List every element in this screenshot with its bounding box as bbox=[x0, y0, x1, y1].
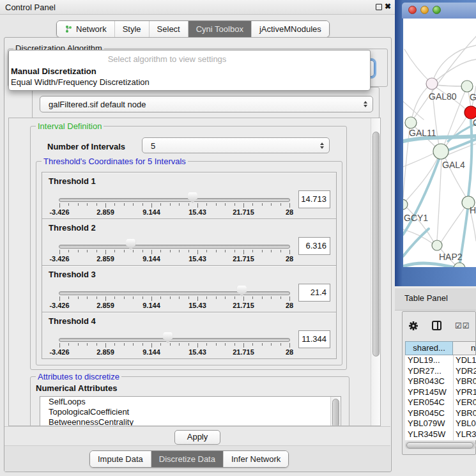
tick-mark bbox=[124, 343, 125, 346]
tab-infer-network[interactable]: Infer Network bbox=[224, 451, 288, 467]
popup-option-manual-discretization[interactable]: Manual Discretization bbox=[11, 66, 96, 76]
zoom-traffic-light-icon[interactable] bbox=[433, 6, 441, 14]
column-header-shared-name[interactable]: shared... bbox=[405, 341, 453, 355]
interval-definition-title: Interval Definition bbox=[36, 121, 104, 131]
list-scrollbar[interactable] bbox=[330, 397, 341, 426]
table-row[interactable]: YDR27...YDR2 bbox=[405, 366, 476, 377]
slider-tick-labels: -3.4262.8599.14415.4321.71528 bbox=[59, 302, 289, 309]
tick-mark bbox=[142, 296, 143, 299]
tab-network[interactable]: Network bbox=[57, 21, 115, 37]
list-scrollbar-thumb[interactable] bbox=[332, 399, 339, 426]
network-node[interactable] bbox=[426, 78, 438, 89]
tick-mark bbox=[105, 203, 106, 208]
panel-title: Control Panel bbox=[5, 3, 56, 12]
tick-mark bbox=[289, 250, 290, 254]
tick-mark bbox=[271, 250, 272, 252]
table-row[interactable]: YDL19...YDL1 bbox=[405, 355, 476, 366]
network-node[interactable] bbox=[464, 106, 476, 119]
tick-mark bbox=[234, 250, 235, 252]
table-row[interactable]: YER054CYER0 bbox=[405, 397, 476, 408]
network-node[interactable] bbox=[432, 240, 442, 250]
close-icon[interactable]: ✖ bbox=[385, 2, 391, 11]
select-columns-checkboxes-icon[interactable]: ☑☑ bbox=[455, 321, 470, 330]
network-edge bbox=[440, 207, 465, 243]
tick-mark bbox=[151, 296, 152, 301]
threshold-value-field[interactable]: 14.713 bbox=[298, 190, 330, 208]
tick-mark bbox=[179, 203, 180, 206]
slider-track[interactable] bbox=[59, 338, 290, 342]
tick-mark bbox=[170, 203, 171, 206]
attribute-item-betweennesscentrality[interactable]: BetweennessCentrality bbox=[40, 417, 341, 426]
table-row[interactable]: YBL079WYBL0 bbox=[405, 418, 476, 429]
cell-name: YDL1 bbox=[456, 355, 476, 366]
control-panel-tabs: NetworkStyleSelectCyni ToolboxjActiveMNo… bbox=[56, 20, 330, 38]
table-row[interactable]: YBR045CYBR0 bbox=[405, 408, 476, 419]
network-node[interactable] bbox=[454, 263, 465, 267]
tab-label: Infer Network bbox=[231, 454, 280, 464]
table-row[interactable]: YBR043CYBR0 bbox=[405, 376, 476, 387]
float-window-icon[interactable] bbox=[376, 4, 382, 10]
minimize-traffic-light-icon[interactable] bbox=[420, 6, 429, 14]
tick-mark bbox=[271, 203, 272, 206]
gear-icon[interactable] bbox=[408, 321, 418, 331]
tab-style[interactable]: Style bbox=[115, 21, 150, 37]
tick-mark bbox=[68, 296, 69, 299]
threshold-panel-3: Threshold 3 -3.4262.8599.14415.4321.7152… bbox=[42, 265, 337, 312]
tick-mark bbox=[124, 203, 125, 206]
tab-select[interactable]: Select bbox=[150, 21, 188, 37]
tick-mark bbox=[206, 343, 207, 346]
tab-cyni-toolbox[interactable]: Cyni Toolbox bbox=[188, 21, 252, 37]
network-icon bbox=[65, 25, 73, 33]
threshold-value-field[interactable]: 6.316 bbox=[298, 237, 330, 255]
column-header-name[interactable]: n bbox=[453, 341, 476, 355]
tab-discretize-data[interactable]: Discretize Data bbox=[151, 451, 224, 467]
slider-track[interactable] bbox=[59, 291, 290, 295]
settings-scrollbar-thumb[interactable] bbox=[372, 132, 380, 357]
tick-mark bbox=[280, 250, 281, 252]
close-traffic-light-icon[interactable] bbox=[408, 6, 417, 14]
tab-label: Style bbox=[123, 24, 141, 34]
tick-mark bbox=[151, 250, 152, 254]
tick-mark bbox=[160, 250, 161, 252]
network-node[interactable] bbox=[461, 81, 473, 92]
node-label: GAL80 bbox=[429, 91, 457, 102]
table-horizontal-scrollbar[interactable] bbox=[405, 441, 476, 449]
network-node[interactable] bbox=[433, 144, 449, 159]
tick-mark bbox=[142, 343, 143, 346]
network-edge bbox=[403, 229, 429, 256]
tick-mark bbox=[68, 250, 69, 252]
table-row[interactable]: YPR145WYPR1 bbox=[405, 387, 476, 398]
tick-mark bbox=[133, 250, 134, 252]
apply-button[interactable]: Apply bbox=[174, 430, 220, 445]
number-of-intervals-combobox[interactable]: 5 bbox=[142, 137, 330, 153]
network-canvas[interactable]: GAL80G.CGAL11GAL4GCY1HHAP2 bbox=[403, 19, 476, 267]
threshold-panels: Threshold 1 -3.4262.8599.14415.4321.7152… bbox=[42, 173, 337, 359]
threshold-value-field[interactable]: 11.344 bbox=[298, 330, 330, 348]
attribute-item-topologicalcoefficient[interactable]: TopologicalCoefficient bbox=[40, 407, 341, 417]
tick-label: -3.426 bbox=[49, 255, 69, 263]
tick-mark bbox=[280, 203, 281, 206]
interval-definition-groupbox: Interval Definition Number of Intervals … bbox=[30, 126, 347, 370]
slider-track[interactable] bbox=[59, 245, 290, 249]
popup-option-equal-width-frequency[interactable]: Equal Width/Frequency Discretization bbox=[11, 77, 150, 87]
numerical-attributes-list[interactable]: SelfLoopsTopologicalCoefficientBetweenne… bbox=[40, 396, 341, 426]
table-row[interactable]: YIL052CYIL0 bbox=[405, 440, 476, 440]
table-row[interactable]: YLR345WYLR3 bbox=[405, 429, 476, 440]
tick-label: 21.715 bbox=[233, 255, 254, 263]
tick-mark bbox=[59, 296, 60, 301]
tab-impute-data[interactable]: Impute Data bbox=[90, 451, 151, 467]
attribute-item-selfloops[interactable]: SelfLoops bbox=[40, 397, 341, 407]
horizontal-scrollbar-thumb[interactable] bbox=[406, 442, 473, 449]
cell-shared-name: YPR145W bbox=[408, 387, 447, 398]
column-settings-icon[interactable] bbox=[432, 321, 441, 330]
tick-mark bbox=[78, 296, 79, 299]
network-node[interactable] bbox=[405, 117, 417, 128]
settings-scrollbar[interactable] bbox=[371, 118, 381, 426]
network-graph[interactable]: GAL80G.CGAL11GAL4GCY1HHAP2 bbox=[403, 19, 476, 267]
slider-track[interactable] bbox=[59, 198, 290, 202]
apply-bar: Apply bbox=[4, 426, 390, 446]
table-data-combobox[interactable]: galFiltered.sif default node bbox=[40, 96, 373, 112]
tick-mark bbox=[160, 296, 161, 299]
threshold-value-field[interactable]: 21.4 bbox=[298, 284, 330, 302]
tab-jactivemnodules[interactable]: jActiveMNodules bbox=[252, 21, 329, 37]
